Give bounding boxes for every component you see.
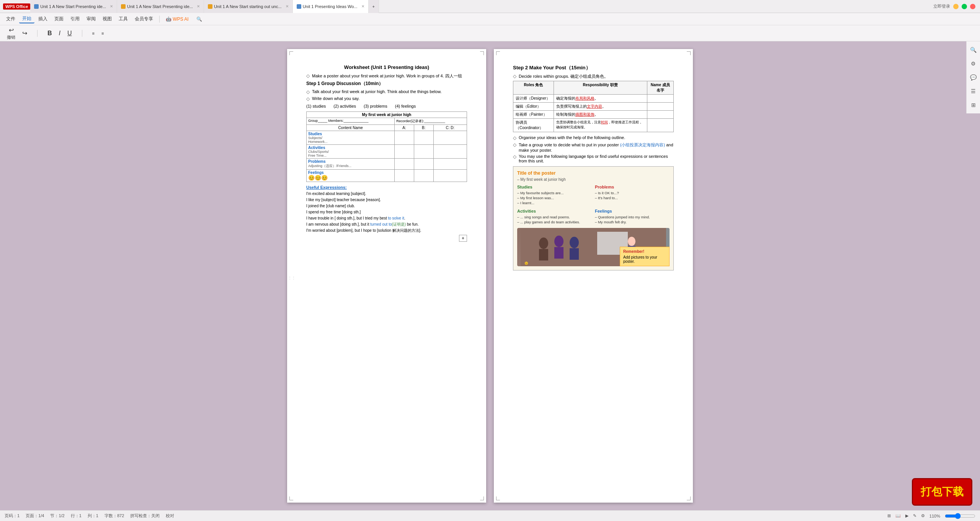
feelings-cd (433, 170, 467, 182)
menu-review[interactable]: 审阅 (83, 15, 99, 23)
roles-col-resp: Responsibility 职责 (554, 81, 647, 95)
menu-view[interactable]: 视图 (100, 15, 115, 23)
poster-activities: Activities – ... sing songs and read poe… (517, 209, 592, 225)
tab-dot-4 (297, 4, 301, 9)
group-row: Group_____ Members:_____________ (307, 118, 395, 125)
right-corner-tl (496, 51, 500, 55)
side-settings-btn[interactable]: ⚙ (968, 58, 979, 69)
recorder-row: Recorder(记录者):___________ (395, 118, 467, 125)
search-btn[interactable]: 🔍 (193, 16, 205, 23)
svg-rect-6 (570, 248, 579, 260)
add-row-btn[interactable]: + (459, 235, 467, 242)
toolbar-menus: 文件 开始 插入 页面 引用 审阅 视图 工具 会员专享 (3, 15, 156, 23)
expr-7: I'm worried about [problem], but I hope … (306, 228, 467, 233)
main-table: My first week at junior high Group_____ … (306, 111, 467, 182)
italic-btn[interactable]: I (57, 29, 63, 38)
corner-bl (289, 496, 293, 500)
role-designer: 设计师（Designer） 确定海报的布局和风格。 (513, 95, 674, 103)
login-btn[interactable]: 立即登录 (933, 3, 950, 9)
poster-studies-item-2: – My first lesson was... (517, 196, 592, 200)
problems-header: Problems (308, 159, 393, 164)
side-nav-btn[interactable]: ☰ (968, 86, 979, 97)
right-corner-bl (496, 496, 500, 500)
prove-text: (证明是) (392, 222, 406, 226)
align-center-btn[interactable]: ≡ (99, 30, 106, 36)
diamond-icon-3: ◇ (306, 96, 310, 102)
add-row-area: + (306, 236, 467, 241)
tab-close-1[interactable]: ✕ (110, 4, 113, 8)
underline-btn[interactable]: U (65, 29, 74, 38)
poster-grid: Studies – My favourite subjects are... –… (517, 185, 670, 225)
corner-tl (289, 51, 293, 55)
align-btn[interactable]: 校对 (166, 513, 174, 519)
align-left-btn[interactable]: ≡ (90, 30, 97, 36)
bold-btn[interactable]: B (45, 29, 54, 38)
status-right: ⊞ 📖 ▶ ✎ ⚙ 110% (887, 513, 975, 519)
step1-header: Step 1 Group Discussion（10min） (306, 80, 467, 87)
role-editor: 编辑（Editor） 负责撰写海报上的文字内容。 (513, 103, 674, 111)
step2-bullet-1: ◇ Organise your ideas with the help of t… (513, 135, 674, 141)
side-find-btn[interactable]: 🔍 (968, 44, 979, 55)
roles-table: Roles 角色 Responsibility 职责 Name 成员名字 设计师… (513, 81, 674, 132)
italic-icon: I (59, 30, 60, 37)
svg-point-5 (570, 237, 579, 248)
poster-feelings-item-1: – Questions jumped into my mind. (595, 215, 670, 219)
close-btn[interactable] (970, 4, 975, 9)
redo-btn[interactable]: ↪ (20, 29, 29, 38)
tab-2[interactable]: Unit 1 A New Start Presenting ide... ✕ (117, 0, 204, 13)
side-zoom-btn[interactable]: ⊞ (968, 100, 979, 110)
tab-dot-3 (208, 4, 212, 9)
item-activities: (2) activities (333, 104, 356, 108)
align-left-icon: ≡ (92, 31, 95, 36)
tab-close-4[interactable]: ✕ (361, 4, 364, 8)
undo-btn[interactable]: ↩ 撤销 (5, 26, 18, 41)
undo-label: 撤销 (7, 34, 15, 40)
right-corner-tr (687, 51, 691, 55)
settings-icon[interactable]: ⚙ (921, 513, 925, 518)
coord-highlight: 时间 (601, 120, 608, 124)
underline-icon: U (67, 30, 72, 37)
wps-logo[interactable]: WPS Office (3, 3, 30, 10)
maximize-btn[interactable] (962, 4, 967, 9)
view-web-btn[interactable]: ▶ (905, 513, 908, 518)
menu-ref[interactable]: 引用 (67, 15, 83, 23)
tab-3[interactable]: Unit 1 A New Start starting out unc... ✕ (204, 0, 293, 13)
menu-tools[interactable]: 工具 (116, 15, 131, 23)
role-painter-name: 绘画师（Painter） (513, 111, 554, 119)
step2-intro: ◇ Decide roles within groups. 确定小组成员角色。 (513, 74, 674, 79)
word-count: 字数：872 (105, 513, 124, 519)
download-badge[interactable]: 打包下载 (912, 478, 972, 506)
poster-activities-title: Activities (517, 209, 592, 213)
content-name-cell: Content Name (307, 125, 395, 131)
poster-subtitle: – My first week at junior high (517, 177, 670, 182)
step1-bullet-1: ◇ Talk about your first week at junior h… (306, 89, 467, 95)
menu-file[interactable]: 文件 (3, 15, 18, 23)
drag-handle-left[interactable]: ⋮⋮ (288, 276, 296, 280)
app-logo-area: WPS Office (0, 3, 30, 10)
view-normal-btn[interactable]: ⊞ (887, 513, 891, 518)
wps-ai-btn[interactable]: 🤖 WPS AI (163, 16, 192, 23)
menu-page[interactable]: 页面 (51, 15, 67, 23)
view-read-btn[interactable]: 📖 (895, 513, 901, 518)
tab-close-3[interactable]: ✕ (286, 4, 289, 8)
minimize-btn[interactable] (953, 4, 959, 9)
tab-1[interactable]: Unit 1 A New Start Presenting ide... ✕ (30, 0, 117, 13)
tab-4[interactable]: Unit 1 Presenting Ideas Wo... ✕ (293, 0, 369, 13)
menu-insert[interactable]: 插入 (35, 15, 51, 23)
step2-intro-text: Decide roles within groups. 确定小组成员角色。 (519, 74, 608, 79)
svg-text:😊: 😊 (524, 261, 528, 265)
problems-cd (433, 159, 467, 170)
zoom-slider[interactable] (945, 513, 975, 519)
add-tab[interactable]: + (369, 0, 379, 13)
role-editor-resp: 负责撰写海报上的文字内容。 (554, 103, 647, 111)
side-comment-btn[interactable]: 💬 (968, 72, 979, 83)
step2-bullet-2: ◇ Take a group vote to decide what to pu… (513, 142, 674, 152)
review-btn[interactable]: ✎ (913, 513, 916, 518)
menu-home[interactable]: 开始 (19, 15, 34, 23)
total-pages: 页面：1/4 (26, 513, 44, 519)
feelings-b (414, 170, 433, 182)
tab-close-2[interactable]: ✕ (197, 4, 200, 8)
roles-col-name: Name 成员名字 (647, 81, 673, 95)
menu-member[interactable]: 会员专享 (132, 15, 156, 23)
step1-bullet-text-2: Write down what you say. (312, 96, 359, 102)
